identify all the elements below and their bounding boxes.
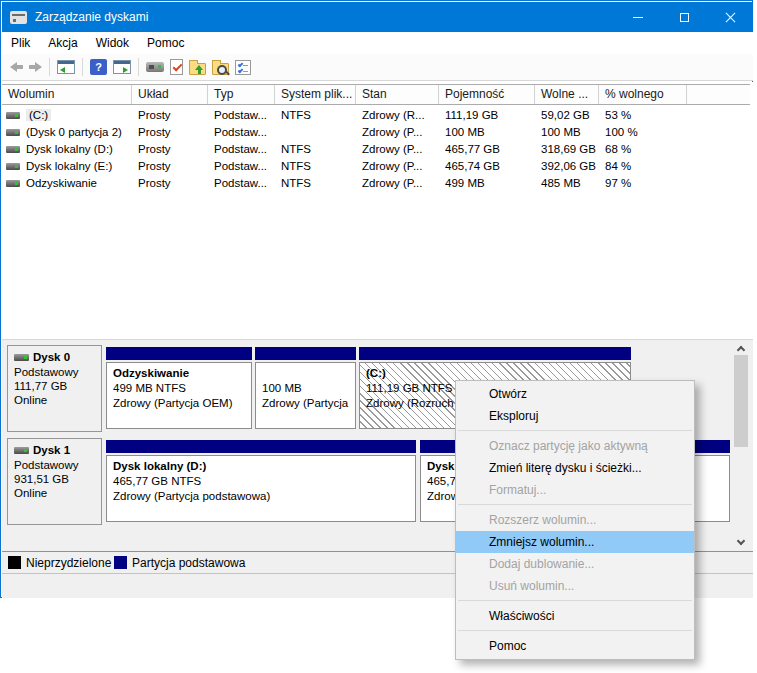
help-button[interactable]: ?: [87, 56, 110, 78]
cell-type: Podstaw...: [214, 158, 275, 175]
menu-widok[interactable]: Widok: [87, 32, 138, 54]
menu-plik[interactable]: Plik: [2, 32, 39, 54]
cell-layout: Prosty: [138, 124, 208, 141]
menu-item-zmniejsz-wolumin[interactable]: Zmniejsz wolumin...: [456, 531, 694, 553]
table-row-d[interactable]: Dysk lokalny (D:) Prosty Podstaw... NTFS…: [2, 141, 750, 158]
legend-swatch-unallocated: [8, 556, 21, 569]
partition-system-100mb[interactable]: 100 MB Zdrowy (Partycja: [255, 347, 356, 429]
menu-item-pomoc[interactable]: Pomoc: [456, 635, 694, 657]
toolbar-separator: [49, 58, 50, 76]
table-row-c[interactable]: (C:) Prosty Podstaw... NTFS Zdrowy (R...…: [2, 107, 750, 124]
partition-title: (C:): [366, 366, 630, 381]
menu-item-otworz[interactable]: Otwórz: [456, 383, 694, 405]
menu-pomoc[interactable]: Pomoc: [138, 32, 193, 54]
volume-icon: [6, 163, 20, 170]
folder-up-icon: [189, 63, 206, 75]
cell-status: Zdrowy (R...: [362, 107, 439, 124]
column-header-wolumin[interactable]: Wolumin: [3, 85, 132, 104]
cell-fs: NTFS: [281, 107, 356, 124]
cell-type: Podstaw...: [214, 107, 275, 124]
partition-title: [262, 366, 355, 381]
disk-size: 111,77 GB: [14, 379, 101, 393]
partition-title: Dysk lokalny (D:): [113, 459, 415, 474]
partition-size: 465,77 GB NTFS: [113, 474, 415, 489]
disk-name: Dysk 1: [33, 444, 70, 456]
minimize-button[interactable]: [615, 2, 661, 32]
menu-separator: [458, 504, 692, 505]
checklist-button[interactable]: [232, 56, 254, 78]
partition-title: Odzyskiwanie: [113, 366, 251, 381]
show-action-pane-button[interactable]: [110, 56, 134, 78]
close-button[interactable]: [707, 2, 753, 32]
column-header-typ[interactable]: Typ: [208, 85, 275, 104]
volume-name: (C:): [26, 109, 51, 121]
close-icon: [725, 12, 736, 23]
maximize-button[interactable]: [661, 2, 707, 32]
partition-color-band: [255, 347, 356, 360]
graph-scrollbar[interactable]: [733, 340, 749, 550]
volume-name: Dysk lokalny (E:): [26, 160, 112, 172]
cell-layout: Prosty: [138, 175, 208, 192]
menu-separator: [458, 430, 692, 431]
scroll-up-button[interactable]: [733, 340, 749, 356]
cell-pct: 68 %: [605, 141, 687, 158]
forward-button[interactable]: [26, 56, 45, 78]
scroll-down-button[interactable]: [733, 534, 749, 550]
partition-status: Zdrowy (Partycja: [262, 396, 355, 411]
table-row-partition2[interactable]: (Dysk 0 partycja 2) Prosty Podstaw... Zd…: [2, 124, 750, 141]
volume-icon: [6, 129, 20, 136]
disk-0-label[interactable]: Dysk 0 Podstawowy 111,77 GB Online: [7, 345, 102, 432]
cell-free: 318,69 GB: [541, 141, 599, 158]
legend-label-primary: Partycja podstawowa: [132, 555, 245, 571]
folder-up-button[interactable]: [186, 56, 209, 78]
check-document-icon: [170, 59, 183, 75]
folder-search-button[interactable]: [209, 56, 232, 78]
disk-name: Dysk 0: [33, 351, 70, 363]
column-header-uklad[interactable]: Układ: [132, 85, 208, 104]
volume-name: (Dysk 0 partycja 2): [26, 126, 122, 138]
partition-odzyskiwanie[interactable]: Odzyskiwanie 499 MB NTFS Zdrowy (Partycj…: [106, 347, 252, 429]
partition-color-band: [106, 347, 252, 360]
show-console-tree-button[interactable]: [54, 56, 78, 78]
menu-item-eksploruj[interactable]: Eksploruj: [456, 405, 694, 427]
menu-item-oznacz-partycje: Oznacz partycję jako aktywną: [456, 435, 694, 457]
check-volume-button[interactable]: [167, 56, 186, 78]
scrollbar-thumb[interactable]: [734, 355, 748, 447]
table-row-odzyskiwanie[interactable]: Odzyskiwanie Prosty Podstaw... NTFS Zdro…: [2, 175, 750, 192]
partition-color-band: [106, 440, 416, 453]
back-button[interactable]: [7, 56, 26, 78]
menu-separator: [458, 600, 692, 601]
cell-status: Zdrowy (P...: [362, 175, 439, 192]
disk-management-icon: [10, 11, 27, 24]
legend-label-unallocated: Nieprzydzielone: [26, 555, 111, 571]
disk-status: Online: [14, 486, 101, 500]
cell-capacity: 465,74 GB: [445, 158, 535, 175]
titlebar[interactable]: Zarządzanie dyskami: [2, 2, 753, 32]
column-header-pojemnosc[interactable]: Pojemność: [439, 85, 535, 104]
table-header: Wolumin Układ Typ System plik... Stan Po…: [2, 84, 750, 105]
cell-status: Zdrowy (P...: [362, 141, 439, 158]
partition-color-band: [359, 347, 631, 360]
toolbar: ?: [2, 54, 753, 81]
disk-kind: Podstawowy: [14, 365, 101, 379]
menu-akcja[interactable]: Akcja: [39, 32, 86, 54]
cell-fs: NTFS: [281, 141, 356, 158]
menu-item-wlasciwosci[interactable]: Właściwości: [456, 605, 694, 627]
column-header-system[interactable]: System plik...: [275, 85, 356, 104]
disk-1-label[interactable]: Dysk 1 Podstawowy 931,51 GB Online: [7, 438, 102, 525]
cell-free: 59,02 GB: [541, 107, 599, 124]
screen: Zarządzanie dyskami Plik Akcja Widok Pom…: [0, 0, 757, 673]
rescan-disks-button[interactable]: [143, 56, 167, 78]
partition-d[interactable]: Dysk lokalny (D:) 465,77 GB NTFS Zdrowy …: [106, 440, 416, 522]
table-row-e[interactable]: Dysk lokalny (E:) Prosty Podstaw... NTFS…: [2, 158, 750, 175]
folder-search-icon: [212, 63, 229, 75]
partition-size: 100 MB: [262, 381, 355, 396]
column-header-wolne[interactable]: Wolne ...: [535, 85, 599, 104]
column-header-pct[interactable]: % wolnego: [599, 85, 687, 104]
column-header-stan[interactable]: Stan: [356, 85, 439, 104]
volume-icon: [6, 180, 20, 187]
cell-type: Podstaw...: [214, 141, 275, 158]
menu-item-zmien-litere[interactable]: Zmień literę dysku i ścieżki...: [456, 457, 694, 479]
cell-pct: 97 %: [605, 175, 687, 192]
maximize-icon: [680, 13, 689, 22]
